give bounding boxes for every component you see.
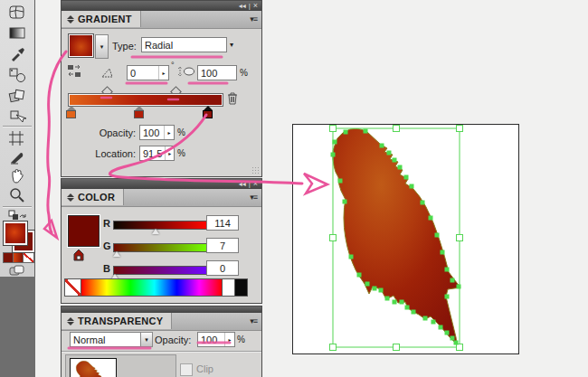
anchor-point[interactable] <box>429 216 433 221</box>
anchor-point[interactable] <box>445 295 450 299</box>
anchor-point[interactable] <box>333 140 337 145</box>
blend-mode-dropdown-arrow-icon[interactable]: ▾ <box>140 332 153 347</box>
anchor-point[interactable] <box>457 285 461 289</box>
collapse-panel-icon[interactable]: ◂◂ <box>239 2 246 10</box>
tab-transparency[interactable]: TRANSPARENCY <box>62 313 172 329</box>
anchor-point[interactable] <box>450 336 455 341</box>
g-slider-marker[interactable] <box>113 251 120 257</box>
anchor-point[interactable] <box>349 255 354 259</box>
anchor-point[interactable] <box>344 130 348 135</box>
location-spinner-icon[interactable]: ▸ <box>165 146 174 160</box>
anchor-point[interactable] <box>445 331 450 335</box>
opacity-spinner-icon[interactable]: ▸ <box>224 333 234 346</box>
gradient-slider-bar[interactable] <box>69 94 223 106</box>
swap-fill-stroke-icon[interactable] <box>6 208 28 222</box>
anchor-point[interactable] <box>439 325 443 330</box>
aspect-ratio-field[interactable]: 100 <box>197 65 237 80</box>
slice-tool[interactable] <box>6 148 28 167</box>
anchor-point[interactable] <box>393 158 397 163</box>
white-swatch[interactable] <box>222 278 235 297</box>
black-swatch[interactable] <box>234 278 248 297</box>
color-spectrum-bar[interactable] <box>81 278 223 297</box>
artboard-tool[interactable] <box>6 128 28 147</box>
gradient-type-dropdown[interactable]: Radial <box>141 37 227 52</box>
gradient-opacity-field[interactable]: 100 ▸ <box>139 125 175 140</box>
anchor-point[interactable] <box>410 184 414 189</box>
blend-tool[interactable] <box>6 65 28 84</box>
anchor-point[interactable] <box>454 341 459 345</box>
gradient-stop-orange[interactable] <box>66 106 76 118</box>
anchor-point[interactable] <box>343 200 347 204</box>
object-thumbnail[interactable] <box>70 358 117 377</box>
transparency-opacity-field[interactable]: 100 ▸ <box>197 332 235 347</box>
anchor-point[interactable] <box>385 297 390 301</box>
selection-handle[interactable] <box>457 344 463 351</box>
gradient-angle-field[interactable]: 0 ▸ <box>127 65 169 80</box>
panel-menu-icon[interactable]: ▾≡ <box>250 193 257 202</box>
anchor-point[interactable] <box>435 233 440 238</box>
reverse-gradient-icon[interactable] <box>67 64 81 80</box>
hand-tool[interactable] <box>6 166 28 185</box>
eyedropper-tool[interactable] <box>6 44 28 63</box>
live-paint-selection-tool[interactable] <box>6 107 28 126</box>
selection-handle[interactable] <box>330 126 337 132</box>
g-value-field[interactable]: 7 <box>206 238 239 253</box>
anchor-point[interactable] <box>441 250 445 255</box>
clip-checkbox[interactable] <box>180 363 193 376</box>
none-swatch[interactable] <box>64 278 81 297</box>
anchor-point[interactable] <box>373 287 377 291</box>
gradient-location-field[interactable]: 91.5 ▸ <box>139 146 175 161</box>
angle-spinner-icon[interactable]: ▸ <box>158 66 168 80</box>
g-slider[interactable] <box>113 243 207 252</box>
selection-handle[interactable] <box>394 344 400 351</box>
panel-menu-icon[interactable]: ▾≡ <box>250 316 257 325</box>
type-dropdown-arrow-icon[interactable]: ▾ <box>230 41 233 49</box>
panel-menu-icon[interactable]: ▾≡ <box>250 14 257 24</box>
anchor-point[interactable] <box>365 282 370 287</box>
b-slider[interactable] <box>113 266 207 275</box>
selection-handle[interactable] <box>394 126 400 132</box>
delete-stop-trash-icon[interactable] <box>226 91 239 108</box>
artboard[interactable] <box>292 124 519 354</box>
anchor-point[interactable] <box>423 316 428 321</box>
anchor-point[interactable] <box>398 165 403 170</box>
anchor-point[interactable] <box>432 320 436 325</box>
anchor-point[interactable] <box>445 268 450 272</box>
anchor-point[interactable] <box>412 310 416 315</box>
r-slider-marker[interactable] <box>152 229 159 234</box>
gradient-swatch-dropdown-icon[interactable]: ▾ <box>95 34 109 59</box>
gradient-stop-darkred-selected[interactable] <box>203 106 213 118</box>
close-panel-icon[interactable]: × <box>253 180 258 188</box>
gradient-tool[interactable] <box>6 24 28 42</box>
anchor-point[interactable] <box>450 278 455 283</box>
anchor-point[interactable] <box>404 175 409 180</box>
collapse-panel-icon[interactable]: ◂◂ <box>239 180 246 188</box>
zoom-tool[interactable] <box>6 185 28 204</box>
gradient-stop-red[interactable] <box>134 106 144 118</box>
blend-mode-dropdown[interactable]: Normal <box>70 332 142 347</box>
anchor-point[interactable] <box>364 129 368 134</box>
current-color-swatch[interactable] <box>68 215 100 247</box>
anchor-point[interactable] <box>387 151 392 156</box>
anchor-point[interactable] <box>400 300 404 305</box>
anchor-point[interactable] <box>380 144 384 148</box>
opacity-spinner-icon[interactable]: ▸ <box>164 126 174 139</box>
tab-gradient[interactable]: GRADIENT <box>62 11 141 27</box>
r-value-field[interactable]: 114 <box>206 215 239 231</box>
anchor-point[interactable] <box>379 288 384 293</box>
anchor-point[interactable] <box>357 273 362 278</box>
selection-handle[interactable] <box>330 235 337 241</box>
anchor-point[interactable] <box>393 300 397 305</box>
draw-normal-mode-button[interactable] <box>9 265 25 276</box>
shape-builder-tool[interactable] <box>6 86 28 105</box>
gradient-fill-swatch[interactable] <box>69 34 93 57</box>
anchor-point[interactable] <box>421 201 425 205</box>
selection-handle[interactable] <box>457 235 463 241</box>
anchor-point[interactable] <box>338 179 343 184</box>
r-slider[interactable] <box>113 221 207 230</box>
fill-color-swatch[interactable] <box>4 221 27 245</box>
tab-color[interactable]: COLOR <box>62 189 124 205</box>
mesh-tool[interactable] <box>6 3 28 22</box>
resize-grip-icon[interactable] <box>251 166 259 174</box>
none-button[interactable] <box>23 252 34 263</box>
